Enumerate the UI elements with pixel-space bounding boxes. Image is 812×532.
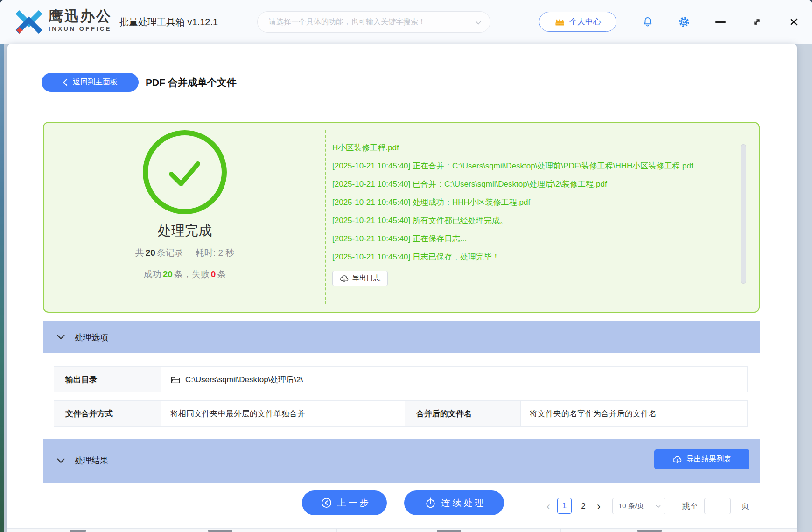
- jump-to-label: 跳至: [678, 498, 702, 514]
- elapsed-time: 耗时: 2 秒: [196, 248, 234, 258]
- brand-name-en: INXUN OFFICE: [49, 25, 112, 33]
- section-header-options[interactable]: 处理选项: [43, 321, 760, 353]
- brand-name-cn: 鹰迅办公: [49, 8, 112, 25]
- pagination-prev-button[interactable]: ‹: [542, 498, 554, 514]
- log-line: [2025-10-21 10:45:40] 日志已保存，处理完毕！: [332, 248, 739, 266]
- notification-bell-icon[interactable]: [640, 14, 656, 30]
- log-line: [2025-10-21 10:45:40] 正在合并：C:\Users\sqmi…: [332, 157, 739, 175]
- app-title: 批量处理工具箱 v1.12.1: [119, 0, 218, 44]
- cloud-download-icon: [672, 455, 682, 463]
- log-line: [2025-10-21 10:45:40] 已合并：C:\Users\sqmil…: [332, 175, 739, 193]
- pagination-page-1-current[interactable]: 1: [557, 498, 572, 514]
- results-table-header-clipped: [7, 528, 797, 532]
- chevron-left-icon: [63, 78, 68, 86]
- export-log-label: 导出日志: [352, 274, 380, 283]
- user-center-button[interactable]: 个人中心: [539, 12, 616, 32]
- output-dir-value: C:\Users\sqmil\Desktop\处理后\2\: [161, 367, 747, 392]
- page-size-value: 10 条/页: [618, 502, 644, 511]
- total-count: 20: [144, 248, 157, 258]
- log-line: H小区装修工程.pdf: [332, 139, 739, 157]
- section-header-results[interactable]: 处理结果 导出结果列表: [43, 439, 760, 483]
- crown-icon: [554, 17, 565, 26]
- merged-filename-label: 合并后的文件名: [405, 401, 521, 426]
- divider: [7, 104, 797, 104]
- brand-logo-icon: [14, 7, 44, 37]
- chevron-down-icon: [656, 505, 661, 508]
- results-section-title: 处理结果: [75, 455, 108, 466]
- chevron-down-icon: [475, 21, 482, 25]
- options-section-title: 处理选项: [75, 332, 108, 343]
- continue-process-button[interactable]: 连续处理: [404, 490, 504, 515]
- previous-step-button[interactable]: 上一步: [302, 490, 387, 515]
- circle-left-icon: [321, 497, 332, 509]
- log-line: [2025-10-21 10:45:40] 正在保存日志...: [332, 230, 739, 248]
- chevron-down-icon: [57, 335, 65, 340]
- user-center-label: 个人中心: [569, 16, 601, 27]
- folder-icon: [170, 375, 181, 384]
- merged-filename-value: 将文件夹的名字作为合并后的文件名: [521, 401, 747, 426]
- status-title: 处理完成: [44, 222, 326, 240]
- log-scrollbar[interactable]: [741, 144, 746, 284]
- output-dir-label: 输出目录: [54, 367, 161, 392]
- back-to-dashboard-button[interactable]: 返回到主面板: [42, 73, 139, 92]
- cloud-download-icon: [340, 275, 349, 282]
- main-panel: 返回到主面板 PDF 合并成单个文件 处理完成 共20条记录耗时: 2 秒 成功…: [7, 44, 797, 532]
- titlebar: 鹰迅办公 INXUN OFFICE 批量处理工具箱 v1.12.1 个人中心: [0, 0, 812, 44]
- minimize-button[interactable]: [713, 14, 728, 30]
- app-window: 鹰迅办公 INXUN OFFICE 批量处理工具箱 v1.12.1 个人中心: [0, 0, 812, 532]
- brand-text: 鹰迅办公 INXUN OFFICE: [49, 8, 112, 33]
- pagination-next-button[interactable]: ›: [593, 498, 605, 514]
- success-check-icon: [143, 130, 227, 214]
- success-fail-stats: 成功20条，失败0条: [44, 268, 326, 280]
- page-unit-label: 页: [738, 498, 752, 514]
- previous-step-label: 上一步: [337, 497, 371, 509]
- search-input[interactable]: [258, 12, 490, 32]
- process-result-panel: 处理完成 共20条记录耗时: 2 秒 成功20条，失败0条 H小区装修工程.pd…: [43, 122, 760, 313]
- page-title: PDF 合并成单个文件: [146, 73, 237, 92]
- export-result-list-label: 导出结果列表: [686, 455, 731, 464]
- page-size-select[interactable]: 10 条/页: [612, 498, 665, 514]
- restart-process-icon: [425, 497, 436, 509]
- log-line: [2025-10-21 10:45:40] 处理成功：HHH小区装修工程.pdf: [332, 193, 739, 211]
- fail-count: 0: [210, 269, 217, 279]
- success-count: 20: [161, 269, 174, 279]
- output-dir-link[interactable]: C:\Users\sqmil\Desktop\处理后\2\: [185, 374, 303, 385]
- record-stats: 共20条记录耗时: 2 秒: [44, 247, 326, 259]
- continue-process-label: 连续处理: [441, 497, 486, 509]
- back-button-label: 返回到主面板: [73, 77, 118, 87]
- jump-to-page-input[interactable]: [704, 498, 731, 514]
- function-search-select[interactable]: [257, 11, 490, 33]
- desktop-edge: [0, 0, 4, 532]
- merge-mode-value: 将相同文件夹中最外层的文件单独合并: [161, 401, 405, 426]
- export-result-list-button[interactable]: 导出结果列表: [654, 449, 749, 469]
- settings-gear-icon[interactable]: [676, 14, 692, 30]
- close-button[interactable]: [786, 14, 802, 30]
- process-log: H小区装修工程.pdf [2025-10-21 10:45:40] 正在合并：C…: [332, 139, 739, 289]
- option-row-output-dir: 输出目录 C:\Users\sqmil\Desktop\处理后\2\: [54, 366, 748, 392]
- option-row-merge-mode: 文件合并方式 将相同文件夹中最外层的文件单独合并 合并后的文件名 将文件夹的名字…: [54, 400, 748, 427]
- chevron-down-icon: [57, 458, 65, 463]
- dashed-divider: [325, 130, 326, 304]
- export-log-button[interactable]: 导出日志: [332, 271, 388, 286]
- log-line: [2025-10-21 10:45:40] 所有文件都已经处理完成。: [332, 211, 739, 230]
- maximize-button[interactable]: [749, 14, 765, 30]
- merge-mode-label: 文件合并方式: [54, 401, 161, 426]
- result-summary: 处理完成 共20条记录耗时: 2 秒 成功20条，失败0条: [44, 123, 326, 312]
- pagination-page-2[interactable]: 2: [577, 498, 590, 514]
